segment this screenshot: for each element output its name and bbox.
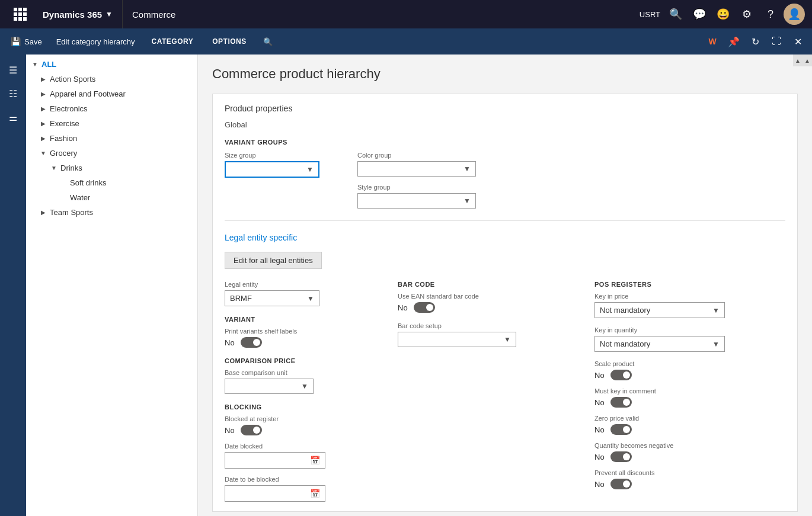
expand-arrow-fashion[interactable]: ▶: [39, 134, 47, 143]
search-icon[interactable]: 🔍: [665, 4, 686, 25]
base-comparison-dropdown[interactable]: ▼: [225, 379, 314, 394]
tab-options[interactable]: OPTIONS: [204, 34, 255, 49]
calendar-icon-date-to-blocked[interactable]: 📅: [310, 489, 320, 498]
page-title: Commerce product hierarchy: [212, 66, 798, 82]
dropdown-arrow[interactable]: ▼: [106, 10, 113, 18]
bar-code-setup-dropdown[interactable]: ▼: [398, 332, 516, 347]
legal-entity-dropdown[interactable]: BRMF ▼: [225, 290, 319, 306]
close-icon[interactable]: ✕: [788, 32, 807, 51]
chat-icon[interactable]: 💬: [689, 4, 710, 25]
tree-item-fashion[interactable]: ▶ Fashion: [26, 131, 197, 146]
key-in-price-arrow[interactable]: ▼: [712, 306, 720, 315]
tab-category[interactable]: CATEGORY: [143, 34, 202, 49]
collapse-arrow-drinks[interactable]: ▼: [50, 164, 58, 172]
legal-entity-title: Legal entity specific: [225, 233, 785, 242]
date-to-be-blocked-field[interactable]: 📅: [225, 485, 325, 502]
tree-item-action-sports[interactable]: ▶ Action Sports: [26, 72, 197, 86]
bar-code-setup-label: Bar code setup: [398, 322, 576, 329]
pin-icon[interactable]: 📌: [724, 32, 743, 51]
collapse-arrow-all[interactable]: ▼: [31, 60, 39, 69]
module-name: Commerce: [123, 9, 175, 20]
cmd-right-icons: W 📌 ↻ ⛶ ✕: [703, 32, 807, 51]
main-layout: ☰ ☷ ⚌ ▼ ALL ▶ Action Sports ▶ Apparel an…: [0, 55, 812, 516]
date-blocked-field[interactable]: 📅: [225, 452, 325, 469]
command-bar: 💾 Save Edit category hierarchy CATEGORY …: [0, 28, 812, 55]
print-variants-toggle[interactable]: [241, 337, 262, 348]
tree-item-apparel[interactable]: ▶ Apparel and Footwear: [26, 86, 197, 101]
color-group-label: Color group: [357, 152, 476, 159]
expand-arrow-action-sports[interactable]: ▶: [39, 75, 47, 84]
tree-item-all[interactable]: ▼ ALL: [26, 57, 197, 72]
help-icon[interactable]: ?: [760, 4, 781, 25]
search-icon-cmd: 🔍: [263, 37, 273, 46]
date-blocked-input[interactable]: [230, 456, 310, 465]
tree-item-grocery[interactable]: ▼ Grocery: [26, 146, 197, 161]
expand-arrow-team-sports[interactable]: ▶: [39, 209, 47, 217]
avatar[interactable]: 👤: [784, 4, 805, 25]
tree-item-exercise[interactable]: ▶ Exercise: [26, 116, 197, 131]
style-group-dropdown[interactable]: ▼: [357, 193, 476, 209]
save-icon: 💾: [11, 37, 21, 46]
expand-arrow-apparel[interactable]: ▶: [39, 90, 47, 98]
bar-code-label: BAR CODE: [398, 281, 576, 288]
blocked-toggle[interactable]: [241, 425, 262, 435]
key-in-qty-dropdown[interactable]: Not mandatory ▼: [594, 336, 725, 352]
color-group-arrow[interactable]: ▼: [463, 165, 471, 173]
key-in-qty-arrow[interactable]: ▼: [712, 340, 720, 348]
calendar-icon-date-blocked[interactable]: 📅: [310, 456, 320, 465]
scroll-up-btn[interactable]: ▲: [803, 55, 812, 66]
smiley-icon[interactable]: 😀: [712, 4, 734, 25]
list-icon[interactable]: ⚌: [2, 107, 24, 128]
scale-product-value: No: [594, 371, 605, 380]
color-group-field: Color group ▼: [357, 152, 476, 177]
print-variants-label: Print variants shelf labels: [225, 328, 379, 335]
base-comparison-arrow[interactable]: ▼: [301, 382, 308, 390]
bar-code-setup-arrow[interactable]: ▼: [504, 335, 511, 344]
tree-item-electronics[interactable]: ▶ Electronics: [26, 101, 197, 116]
expand-icon[interactable]: ⛶: [767, 32, 786, 51]
tree-item-soft-drinks[interactable]: Soft drinks: [26, 175, 197, 190]
breadcrumb-title: Edit category hierarchy: [50, 34, 141, 50]
tree-label-electronics: Electronics: [50, 104, 193, 113]
legal-entity-arrow[interactable]: ▼: [307, 294, 314, 303]
scroll-up-btn-2[interactable]: ▲: [793, 55, 803, 66]
size-group-dropdown[interactable]: ▼: [225, 161, 319, 178]
color-group-dropdown[interactable]: ▼: [357, 161, 476, 177]
collapse-arrow-grocery[interactable]: ▼: [39, 149, 47, 158]
zero-price-toggle[interactable]: [610, 424, 632, 435]
expand-arrow-exercise[interactable]: ▶: [39, 120, 47, 128]
style-group-arrow[interactable]: ▼: [463, 197, 471, 205]
filter-icon[interactable]: ☷: [2, 83, 24, 104]
refresh-icon[interactable]: ↻: [746, 32, 765, 51]
tree-label-drinks: Drinks: [60, 164, 193, 172]
style-group-label: Style group: [357, 184, 476, 191]
qty-negative-toggle[interactable]: [610, 451, 632, 462]
edit-for-all-button[interactable]: Edit for all legal entities: [225, 252, 322, 269]
product-properties-card: Product properties Global VARIANT GROUPS…: [212, 94, 798, 512]
date-to-be-blocked-label: Date to be blocked: [225, 476, 379, 483]
tree-item-team-sports[interactable]: ▶ Team Sports: [26, 205, 197, 220]
settings-icon[interactable]: ⚙: [736, 4, 757, 25]
size-group-arrow[interactable]: ▼: [306, 165, 314, 174]
expand-arrow-electronics[interactable]: ▶: [39, 105, 47, 113]
tree-item-water[interactable]: Water: [26, 190, 197, 205]
save-button[interactable]: 💾 Save: [5, 33, 48, 50]
must-key-comment-toggle[interactable]: [610, 397, 632, 408]
hamburger-icon[interactable]: ☰: [2, 59, 24, 81]
app-name[interactable]: Dynamics 365: [43, 9, 102, 20]
use-ean-toggle[interactable]: [414, 302, 435, 313]
tree-label-action-sports: Action Sports: [50, 75, 193, 84]
date-blocked-label: Date blocked: [225, 443, 379, 450]
comparison-price-section: COMPARISON PRICE Base comparison unit ▼: [225, 357, 379, 394]
scale-product-label: Scale product: [594, 360, 772, 367]
waffle-menu[interactable]: [7, 1, 33, 27]
date-to-be-blocked-input[interactable]: [230, 489, 310, 498]
scale-product-toggle[interactable]: [610, 370, 632, 380]
zero-price-toggle-row: No: [594, 424, 772, 435]
tree-item-drinks[interactable]: ▼ Drinks: [26, 161, 197, 175]
prevent-discounts-toggle[interactable]: [610, 479, 632, 489]
cmd-search[interactable]: 🔍: [257, 34, 279, 50]
office-icon[interactable]: W: [703, 32, 722, 51]
key-in-price-dropdown[interactable]: Not mandatory ▼: [594, 302, 725, 318]
print-variants-toggle-row: No: [225, 337, 379, 348]
